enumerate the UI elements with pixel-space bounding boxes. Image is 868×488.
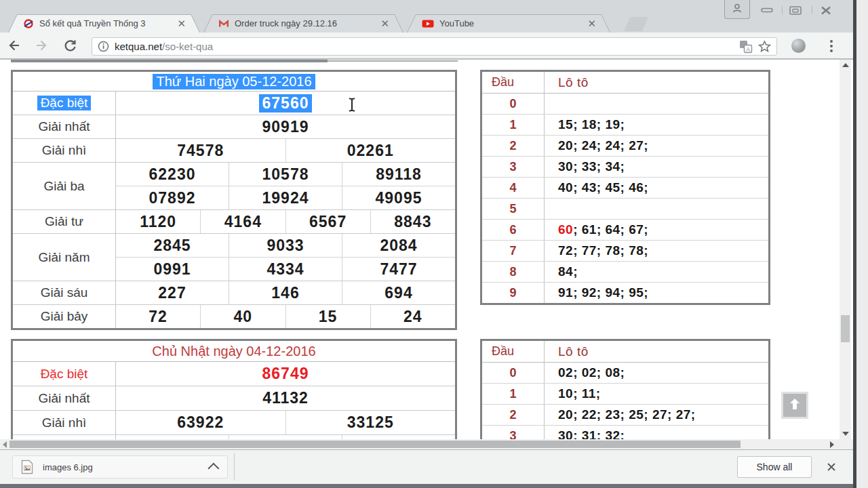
prize-number: 4164 xyxy=(224,213,262,231)
prize-cell: 72 xyxy=(116,305,200,328)
prize-subrow: 41132 xyxy=(116,386,455,410)
new-tab-button[interactable] xyxy=(624,17,648,31)
prize-number: 24 xyxy=(403,308,422,326)
scroll-to-top-button[interactable] xyxy=(781,392,808,419)
tab-1[interactable]: Sổ kết quả Truyền Thống 3✕ xyxy=(8,14,200,33)
loto-values: 15; 18; 19; xyxy=(545,115,768,135)
prize-row-partial xyxy=(13,434,455,439)
result-date: Thứ Hai ngày 05-12-2016 xyxy=(153,74,315,89)
reload-button[interactable] xyxy=(61,37,79,54)
loto-digit-text: 0 xyxy=(509,366,516,380)
loto-values: 91; 92; 94; 95; xyxy=(545,283,768,303)
address-bar[interactable]: ketqua.net/so-ket-qua A xyxy=(92,37,777,56)
vertical-scrollbar-thumb[interactable] xyxy=(841,315,850,342)
loto-col-label: Lô tô xyxy=(558,344,589,359)
prize-number: 07892 xyxy=(149,189,196,207)
loto-table-day2: ĐầuLô tô002; 02; 08;110; 11;220; 22; 23;… xyxy=(480,339,770,439)
extension-globe-icon[interactable] xyxy=(791,39,806,53)
loto-values: 10; 11; xyxy=(545,384,768,404)
close-shelf-button[interactable] xyxy=(823,458,840,476)
prize-cell: 02261 xyxy=(285,139,456,162)
bookmark-star-icon[interactable] xyxy=(758,40,771,53)
prize-subrow: 7457802261 xyxy=(116,139,455,162)
page-info-icon[interactable] xyxy=(98,41,109,52)
tab-close-icon[interactable]: ✕ xyxy=(380,18,390,28)
prize-number: 33125 xyxy=(347,413,394,432)
prize-label-text: Giải nhất xyxy=(38,119,90,134)
prize-row: Giải nhì6392233125 xyxy=(13,410,455,434)
youtube-icon xyxy=(422,18,434,29)
tab-inner: Order truck ngày 29.12.16✕ xyxy=(203,14,403,33)
prize-values: 6392233125 xyxy=(116,411,455,434)
loto-row: 220; 24; 24; 27; xyxy=(482,135,768,156)
close-icon xyxy=(827,462,836,472)
back-button[interactable] xyxy=(5,37,23,54)
browser-menu-button[interactable] xyxy=(829,39,834,54)
prize-values: 7457802261 xyxy=(116,139,455,162)
loto-numbers: 91; 92; 94; 95; xyxy=(558,285,648,300)
show-all-downloads-button[interactable]: Show all xyxy=(737,456,812,478)
vertical-scrollbar[interactable] xyxy=(840,60,851,439)
prize-number: 63922 xyxy=(177,413,224,432)
image-file-icon xyxy=(21,460,33,474)
minimize-button[interactable] xyxy=(758,5,776,16)
prize-label-text: Giải tư xyxy=(45,214,83,229)
scroll-down-arrow[interactable] xyxy=(842,431,849,436)
scroll-left-arrow[interactable] xyxy=(1,441,8,448)
loto-row: 002; 02; 08; xyxy=(482,363,768,383)
prize-values: 284590332084099143347477 xyxy=(116,234,455,281)
prize-number: 7477 xyxy=(380,260,417,279)
prize-number: 4334 xyxy=(267,260,304,279)
download-item[interactable]: images 6.jpg xyxy=(12,455,228,479)
loto-numbers: 02; 02; 08; xyxy=(558,365,625,380)
prize-row: Giải tư1120416465678843 xyxy=(13,209,455,233)
prize-label-text: Giải nhì xyxy=(42,415,86,430)
loto-row: 660; 61; 64; 67; xyxy=(482,219,768,240)
prize-cell: 146 xyxy=(229,281,342,304)
scroll-right-arrow[interactable] xyxy=(829,441,835,448)
prize-label-text: Giải sáu xyxy=(41,285,88,300)
loto-numbers: 30; 33; 34; xyxy=(558,159,625,174)
download-menu-caret-icon[interactable] xyxy=(211,463,219,471)
prize-cell: 15 xyxy=(285,305,370,328)
loto-digit-text: 5 xyxy=(509,202,516,216)
prize-number: 146 xyxy=(271,284,299,302)
prize-subrow: 72401524 xyxy=(116,305,455,328)
loto-values: 60; 61; 64; 67; xyxy=(545,220,768,240)
prize-number: 2084 xyxy=(380,237,417,255)
tab-2[interactable]: Order truck ngày 29.12.16✕ xyxy=(203,14,403,33)
result-date: Chủ Nhật ngày 04-12-2016 xyxy=(152,344,315,359)
horizontal-scrollbar-thumb[interactable] xyxy=(9,441,741,448)
scroll-up-arrow[interactable] xyxy=(842,62,849,68)
loto-head-col: Đầu xyxy=(482,341,545,362)
loto-digit: 2 xyxy=(482,136,545,156)
close-window-button[interactable] xyxy=(817,5,835,16)
gmail-icon xyxy=(218,18,229,29)
prize-values: 86749 xyxy=(116,362,455,386)
prize-row: Giải bảy72401524 xyxy=(13,304,455,328)
horizontal-scrollbar[interactable] xyxy=(0,439,853,449)
loto-digit: 0 xyxy=(482,94,545,114)
prize-label: Đặc biệt xyxy=(13,362,116,386)
loto-values: 72; 77; 78; 78; xyxy=(545,241,768,261)
prize-number: 9033 xyxy=(267,237,304,255)
tab-close-icon[interactable]: ✕ xyxy=(176,18,186,28)
prize-cell: 19924 xyxy=(229,186,342,209)
prize-cell: 4164 xyxy=(200,210,285,233)
prize-label-text: Giải ba xyxy=(43,179,84,194)
text-cursor xyxy=(347,97,357,115)
loto-values: 20; 24; 24; 27; xyxy=(545,136,768,156)
loto-digit-text: 9 xyxy=(509,286,516,300)
forward-button[interactable] xyxy=(33,37,50,54)
tab-3[interactable]: YouTube✕ xyxy=(407,14,610,33)
translate-icon[interactable]: A xyxy=(739,40,753,54)
loto-hot-number: 60 xyxy=(558,222,573,237)
profile-button[interactable] xyxy=(724,0,750,19)
tab-close-icon[interactable]: ✕ xyxy=(587,18,597,28)
prize-label: Giải nhất xyxy=(13,115,116,138)
prize-row: Giải ba622301057889118078921992449095 xyxy=(13,162,455,209)
window-controls-divider xyxy=(812,6,812,14)
maximize-button[interactable] xyxy=(787,5,804,16)
loto-values xyxy=(545,199,768,219)
prize-subrow: 284590332084 xyxy=(116,234,455,257)
